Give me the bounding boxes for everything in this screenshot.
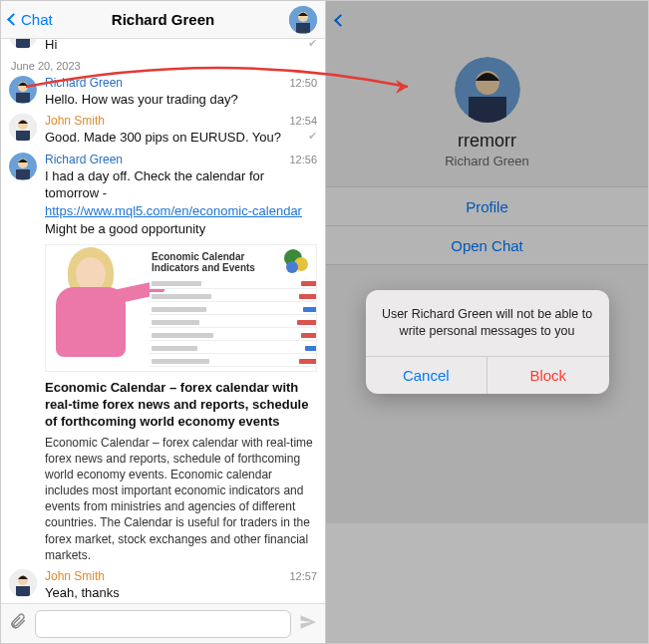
message: Richard Green12:50 Hello. How was your t… — [9, 76, 317, 109]
chat-panel: Chat Richard Green John Smith14:12 Hi✔ J… — [1, 1, 326, 643]
sender-name: Richard Green — [45, 76, 123, 90]
message-text: I had a day off. Check the calendar for … — [45, 167, 317, 220]
svg-rect-13 — [16, 169, 30, 179]
chat-header: Chat Richard Green — [1, 1, 325, 39]
message-text: Hello. How was your trading day? — [45, 91, 317, 109]
presenter-illustration — [45, 244, 148, 372]
message: John Smith12:57 Yeah, thanks — [9, 569, 317, 602]
link-preview-image: Economic Calendar Indicators and Events — [45, 244, 317, 372]
globe-icon — [284, 249, 310, 275]
back-button[interactable]: Chat — [9, 11, 53, 28]
avatar-icon — [9, 114, 37, 142]
message-text-line2: Might be a good opportunity — [45, 220, 317, 238]
avatar-icon — [9, 569, 37, 597]
sender-name: Richard Green — [45, 153, 123, 166]
chevron-left-icon — [7, 13, 20, 26]
message-text: Hi — [45, 39, 57, 52]
message-input[interactable] — [35, 610, 291, 638]
block-alert: User Richard Green will not be able to w… — [366, 290, 609, 394]
message-text: Yeah, thanks — [45, 584, 317, 602]
message: John Smith14:12 Hi✔ — [9, 39, 317, 54]
preview-description: Economic Calendar – forex calendar with … — [45, 435, 317, 564]
svg-rect-4 — [16, 39, 30, 48]
profile-panel: rremorr Richard Green Profile Open Chat … — [326, 1, 648, 643]
message-input-bar — [1, 603, 325, 643]
svg-rect-16 — [16, 586, 30, 596]
sender-name: John Smith — [45, 114, 105, 128]
attach-icon[interactable] — [9, 612, 27, 635]
message-time: 12:56 — [283, 154, 317, 165]
avatar-icon — [9, 39, 37, 49]
calendar-table-graphic — [150, 279, 317, 370]
message: John Smith12:54 Good. Made 300 pips on E… — [9, 114, 317, 147]
svg-rect-7 — [16, 93, 30, 103]
svg-rect-10 — [16, 131, 30, 141]
back-label: Chat — [21, 11, 53, 28]
avatar-icon — [9, 76, 37, 104]
alert-cancel-button[interactable]: Cancel — [366, 357, 488, 394]
read-tick-icon: ✔ — [308, 39, 317, 51]
message-text: Good. Made 300 pips on EURUSD. You? — [45, 130, 281, 145]
link-preview[interactable]: Economic Calendar Indicators and Events — [45, 244, 317, 563]
date-separator: June 20, 2023 — [11, 60, 317, 72]
sender-name: John Smith — [45, 569, 105, 583]
message-time: 12:50 — [283, 77, 317, 89]
message-time: 12:57 — [283, 570, 317, 582]
contact-avatar[interactable] — [289, 6, 317, 34]
preview-title: Economic Calendar – forex calendar with … — [45, 380, 317, 431]
read-tick-icon: ✔ — [308, 129, 317, 144]
alert-block-button[interactable]: Block — [487, 357, 609, 394]
preview-badge: Economic Calendar Indicators and Events — [152, 251, 255, 273]
chat-body: John Smith14:12 Hi✔ June 20, 2023 Richar… — [1, 39, 325, 603]
calendar-link[interactable]: https://www.mql5.com/en/economic-calenda… — [45, 203, 302, 218]
avatar-icon — [9, 153, 37, 180]
message-time: 12:54 — [283, 115, 317, 127]
send-icon[interactable] — [299, 613, 317, 635]
message: Richard Green12:56 I had a day off. Chec… — [9, 153, 317, 563]
svg-rect-1 — [296, 23, 310, 33]
alert-message: User Richard Green will not be able to w… — [366, 290, 609, 356]
